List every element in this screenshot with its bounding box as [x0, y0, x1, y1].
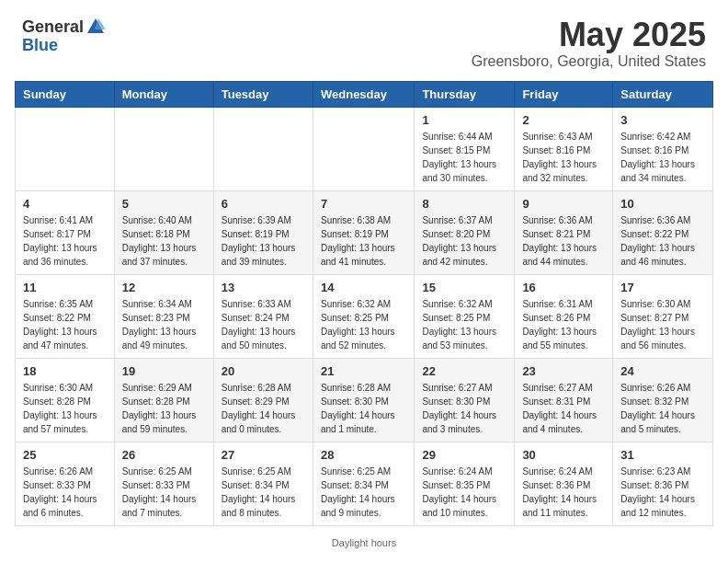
- day-number: 28: [321, 448, 406, 462]
- day-info: Sunrise: 6:36 AM Sunset: 8:22 PM Dayligh…: [620, 213, 705, 269]
- footer-note: Daylight hours: [0, 537, 728, 548]
- calendar-cell: [213, 107, 313, 190]
- day-number: 5: [122, 197, 206, 211]
- day-number: 27: [222, 448, 305, 462]
- calendar-day-header: Thursday: [415, 81, 515, 107]
- day-number: 26: [122, 448, 206, 462]
- day-info: Sunrise: 6:39 AM Sunset: 8:19 PM Dayligh…: [222, 213, 305, 269]
- day-info: Sunrise: 6:36 AM Sunset: 8:21 PM Dayligh…: [522, 213, 605, 269]
- calendar-cell: 24Sunrise: 6:26 AM Sunset: 8:32 PM Dayli…: [613, 358, 713, 442]
- day-info: Sunrise: 6:24 AM Sunset: 8:35 PM Dayligh…: [422, 465, 506, 520]
- calendar-week-row: 11Sunrise: 6:35 AM Sunset: 8:22 PM Dayli…: [16, 274, 713, 358]
- day-number: 6: [222, 197, 305, 211]
- calendar-table: SundayMondayTuesdayWednesdayThursdayFrid…: [15, 81, 713, 526]
- day-number: 17: [620, 281, 705, 294]
- calendar-week-row: 1Sunrise: 6:44 AM Sunset: 8:15 PM Daylig…: [16, 107, 713, 190]
- day-number: 1: [422, 113, 506, 127]
- day-info: Sunrise: 6:30 AM Sunset: 8:28 PM Dayligh…: [23, 381, 107, 436]
- calendar-day-header: Monday: [114, 81, 213, 107]
- logo-text-general: General: [22, 18, 84, 35]
- day-number: 20: [222, 364, 305, 378]
- day-number: 2: [522, 113, 605, 127]
- calendar-week-row: 25Sunrise: 6:26 AM Sunset: 8:33 PM Dayli…: [16, 442, 713, 525]
- day-number: 31: [620, 448, 705, 462]
- day-info: Sunrise: 6:23 AM Sunset: 8:36 PM Dayligh…: [620, 465, 705, 520]
- calendar-day-header: Saturday: [613, 81, 713, 107]
- day-info: Sunrise: 6:26 AM Sunset: 8:32 PM Dayligh…: [620, 381, 705, 436]
- day-info: Sunrise: 6:42 AM Sunset: 8:16 PM Dayligh…: [620, 130, 705, 185]
- subtitle: Greensboro, Georgia, United States: [472, 53, 706, 70]
- day-number: 21: [321, 364, 406, 378]
- calendar-cell: 30Sunrise: 6:24 AM Sunset: 8:36 PM Dayli…: [515, 442, 613, 525]
- calendar-cell: 31Sunrise: 6:23 AM Sunset: 8:36 PM Dayli…: [613, 442, 713, 525]
- title-block: May 2025 Greensboro, Georgia, United Sta…: [472, 17, 706, 70]
- day-info: Sunrise: 6:32 AM Sunset: 8:25 PM Dayligh…: [321, 297, 406, 352]
- logo: General Blue: [22, 17, 106, 54]
- calendar-header-row: SundayMondayTuesdayWednesdayThursdayFrid…: [16, 81, 713, 107]
- day-number: 29: [422, 448, 506, 462]
- day-number: 9: [522, 197, 605, 211]
- calendar-cell: 20Sunrise: 6:28 AM Sunset: 8:29 PM Dayli…: [213, 358, 313, 442]
- calendar-week-row: 18Sunrise: 6:30 AM Sunset: 8:28 PM Dayli…: [16, 358, 713, 442]
- calendar-cell: 23Sunrise: 6:27 AM Sunset: 8:31 PM Dayli…: [515, 358, 613, 442]
- day-number: 4: [23, 197, 107, 211]
- logo-text-blue: Blue: [22, 36, 58, 54]
- calendar-cell: 3Sunrise: 6:42 AM Sunset: 8:16 PM Daylig…: [613, 107, 713, 190]
- calendar-cell: 9Sunrise: 6:36 AM Sunset: 8:21 PM Daylig…: [515, 190, 613, 274]
- calendar-day-header: Wednesday: [313, 81, 414, 107]
- calendar-cell: 22Sunrise: 6:27 AM Sunset: 8:30 PM Dayli…: [415, 358, 515, 442]
- day-number: 19: [122, 364, 206, 378]
- calendar-cell: 27Sunrise: 6:25 AM Sunset: 8:34 PM Dayli…: [213, 442, 313, 525]
- calendar-cell: 16Sunrise: 6:31 AM Sunset: 8:26 PM Dayli…: [515, 274, 613, 358]
- day-info: Sunrise: 6:25 AM Sunset: 8:33 PM Dayligh…: [122, 465, 206, 520]
- day-info: Sunrise: 6:38 AM Sunset: 8:19 PM Dayligh…: [321, 213, 406, 269]
- calendar-day-header: Tuesday: [213, 81, 313, 107]
- day-info: Sunrise: 6:32 AM Sunset: 8:25 PM Dayligh…: [422, 297, 506, 352]
- day-info: Sunrise: 6:27 AM Sunset: 8:30 PM Dayligh…: [422, 381, 506, 436]
- calendar-cell: 21Sunrise: 6:28 AM Sunset: 8:30 PM Dayli…: [313, 358, 414, 442]
- page-header: General Blue May 2025 Greensboro, Georgi…: [0, 0, 728, 77]
- calendar-cell: 25Sunrise: 6:26 AM Sunset: 8:33 PM Dayli…: [16, 442, 115, 525]
- calendar-cell: 28Sunrise: 6:25 AM Sunset: 8:34 PM Dayli…: [313, 442, 414, 525]
- calendar-cell: [114, 107, 213, 190]
- day-number: 12: [122, 281, 206, 294]
- day-info: Sunrise: 6:37 AM Sunset: 8:20 PM Dayligh…: [422, 213, 506, 269]
- calendar-cell: [16, 107, 115, 190]
- day-number: 13: [222, 281, 305, 294]
- day-info: Sunrise: 6:28 AM Sunset: 8:29 PM Dayligh…: [222, 381, 305, 436]
- day-info: Sunrise: 6:30 AM Sunset: 8:27 PM Dayligh…: [620, 297, 705, 352]
- day-info: Sunrise: 6:27 AM Sunset: 8:31 PM Dayligh…: [522, 381, 605, 436]
- day-info: Sunrise: 6:25 AM Sunset: 8:34 PM Dayligh…: [321, 465, 406, 520]
- day-info: Sunrise: 6:24 AM Sunset: 8:36 PM Dayligh…: [522, 465, 605, 520]
- day-info: Sunrise: 6:28 AM Sunset: 8:30 PM Dayligh…: [321, 381, 406, 436]
- day-info: Sunrise: 6:31 AM Sunset: 8:26 PM Dayligh…: [522, 297, 605, 352]
- day-info: Sunrise: 6:29 AM Sunset: 8:28 PM Dayligh…: [122, 381, 206, 436]
- calendar-cell: 15Sunrise: 6:32 AM Sunset: 8:25 PM Dayli…: [415, 274, 515, 358]
- calendar-cell: 6Sunrise: 6:39 AM Sunset: 8:19 PM Daylig…: [213, 190, 313, 274]
- day-info: Sunrise: 6:34 AM Sunset: 8:23 PM Dayligh…: [122, 297, 206, 352]
- calendar-cell: 11Sunrise: 6:35 AM Sunset: 8:22 PM Dayli…: [16, 274, 115, 358]
- day-number: 18: [23, 364, 107, 378]
- calendar-cell: [313, 107, 414, 190]
- day-number: 7: [321, 197, 406, 211]
- day-number: 10: [620, 197, 705, 211]
- calendar-cell: 5Sunrise: 6:40 AM Sunset: 8:18 PM Daylig…: [114, 190, 213, 274]
- day-number: 15: [422, 281, 506, 294]
- calendar-cell: 18Sunrise: 6:30 AM Sunset: 8:28 PM Dayli…: [16, 358, 115, 442]
- day-info: Sunrise: 6:26 AM Sunset: 8:33 PM Dayligh…: [23, 465, 107, 520]
- day-number: 30: [522, 448, 605, 462]
- day-number: 23: [522, 364, 605, 378]
- calendar-cell: 1Sunrise: 6:44 AM Sunset: 8:15 PM Daylig…: [415, 107, 515, 190]
- calendar-day-header: Sunday: [16, 81, 115, 107]
- day-number: 22: [422, 364, 506, 378]
- day-info: Sunrise: 6:40 AM Sunset: 8:18 PM Dayligh…: [122, 213, 206, 269]
- calendar-cell: 8Sunrise: 6:37 AM Sunset: 8:20 PM Daylig…: [415, 190, 515, 274]
- day-info: Sunrise: 6:43 AM Sunset: 8:16 PM Dayligh…: [522, 130, 605, 185]
- calendar-day-header: Friday: [515, 81, 613, 107]
- calendar-cell: 19Sunrise: 6:29 AM Sunset: 8:28 PM Dayli…: [114, 358, 213, 442]
- calendar-cell: 26Sunrise: 6:25 AM Sunset: 8:33 PM Dayli…: [114, 442, 213, 525]
- calendar-cell: 12Sunrise: 6:34 AM Sunset: 8:23 PM Dayli…: [114, 274, 213, 358]
- day-number: 25: [23, 448, 107, 462]
- day-number: 8: [422, 197, 506, 211]
- calendar-body: 1Sunrise: 6:44 AM Sunset: 8:15 PM Daylig…: [16, 107, 713, 525]
